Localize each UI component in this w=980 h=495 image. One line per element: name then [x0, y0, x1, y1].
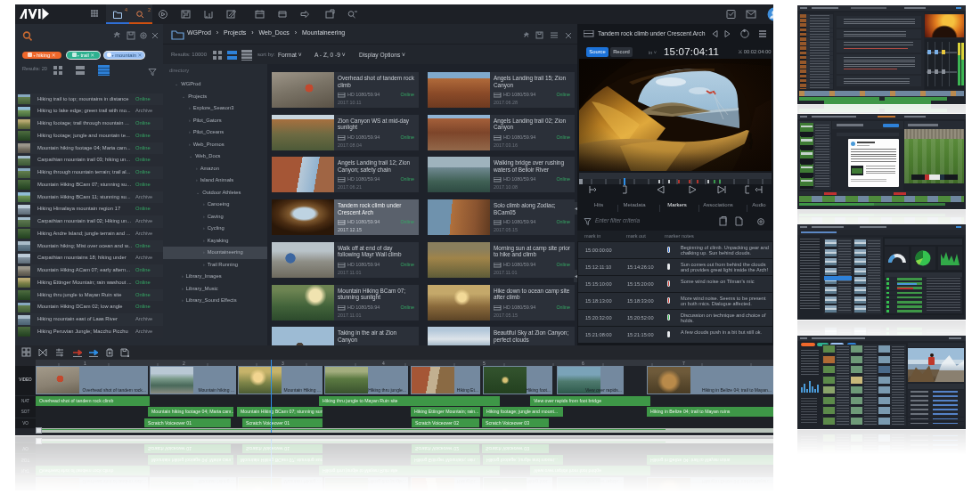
- svg-text:4: 4: [125, 7, 127, 12]
- svg-text:2: 2: [148, 7, 151, 12]
